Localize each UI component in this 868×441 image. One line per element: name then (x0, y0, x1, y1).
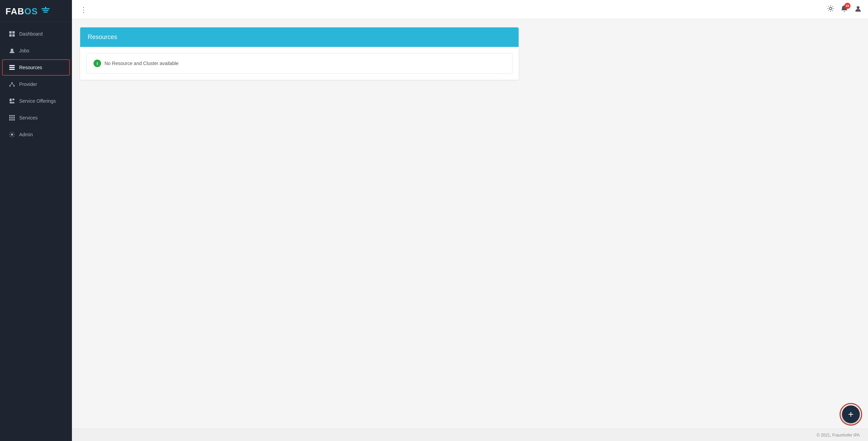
svg-rect-18 (12, 99, 14, 100)
services-label: Services (19, 115, 38, 121)
logo: FABOS (0, 0, 72, 22)
copyright-text: © 2021, Fraunhofer IPA (817, 433, 860, 438)
notification-badge: 33 (844, 3, 851, 9)
svg-point-30 (830, 8, 832, 10)
service-offerings-icon (8, 97, 16, 105)
topbar-right: 33 (827, 5, 862, 14)
svg-rect-25 (13, 117, 15, 118)
dashboard-label: Dashboard (19, 31, 43, 37)
sidebar-item-provider[interactable]: Provider (2, 76, 70, 92)
content-area: Resources i No Resource and Cluster avai… (72, 19, 868, 429)
svg-point-12 (11, 82, 13, 84)
resources-title: Resources (88, 34, 117, 40)
svg-point-31 (857, 6, 859, 9)
service-offerings-label: Service Offerings (19, 98, 56, 104)
sidebar-item-resources[interactable]: Resources (2, 59, 70, 76)
svg-rect-4 (9, 31, 12, 34)
resources-panel-header: Resources (80, 27, 519, 47)
svg-rect-9 (9, 65, 15, 66)
sidebar-item-admin[interactable]: Admin (2, 126, 70, 143)
jobs-icon (8, 47, 16, 54)
svg-rect-11 (9, 69, 15, 70)
svg-point-29 (11, 134, 13, 136)
svg-rect-22 (13, 115, 15, 116)
provider-label: Provider (19, 81, 37, 87)
no-resource-text: No Resource and Cluster available (104, 61, 178, 66)
resources-body: i No Resource and Cluster available (80, 47, 519, 80)
svg-rect-10 (9, 67, 15, 68)
jobs-label: Jobs (19, 48, 29, 53)
svg-line-16 (12, 84, 14, 85)
sidebar: FABOS Dashboard (0, 0, 72, 441)
svg-point-8 (11, 49, 13, 51)
svg-rect-24 (11, 117, 13, 118)
sidebar-item-service-offerings[interactable]: Service Offerings (2, 93, 70, 109)
svg-rect-17 (10, 99, 12, 101)
provider-icon (8, 80, 16, 88)
svg-rect-7 (12, 34, 15, 37)
admin-icon (8, 131, 16, 138)
admin-label: Admin (19, 132, 33, 137)
main-area: ⋮ 33 (72, 0, 868, 441)
svg-rect-28 (13, 119, 15, 121)
svg-rect-19 (10, 102, 14, 103)
svg-rect-27 (11, 119, 13, 121)
user-icon[interactable] (854, 5, 862, 14)
svg-rect-20 (9, 115, 11, 116)
logo-os-text: OS (24, 6, 38, 17)
logo-icon (41, 7, 50, 16)
notification-icon[interactable]: 33 (841, 5, 848, 14)
svg-rect-23 (9, 117, 11, 118)
svg-rect-26 (9, 119, 11, 121)
services-icon (8, 114, 16, 122)
svg-rect-0 (41, 8, 50, 9)
no-resource-message-box: i No Resource and Cluster available (86, 53, 512, 74)
topbar-left: ⋮ (78, 3, 89, 16)
resources-icon (8, 64, 16, 71)
svg-rect-1 (42, 10, 49, 11)
footer: © 2021, Fraunhofer IPA (72, 429, 868, 441)
resources-panel: Resources i No Resource and Cluster avai… (80, 27, 519, 80)
svg-rect-21 (11, 115, 13, 116)
menu-icon[interactable]: ⋮ (78, 3, 89, 16)
resources-label: Resources (19, 65, 42, 70)
sidebar-item-jobs[interactable]: Jobs (2, 42, 70, 59)
settings-icon[interactable] (827, 5, 834, 14)
sidebar-item-services[interactable]: Services (2, 110, 70, 126)
sidebar-item-dashboard[interactable]: Dashboard (2, 26, 70, 42)
dashboard-icon (8, 30, 16, 38)
svg-rect-3 (45, 7, 46, 8)
svg-rect-5 (12, 31, 15, 34)
logo-fab-text: FAB (5, 6, 24, 17)
svg-rect-2 (44, 12, 48, 13)
fab-plus-icon: + (848, 409, 854, 420)
sidebar-nav: Dashboard Jobs Resources (0, 25, 72, 441)
info-icon: i (94, 60, 101, 67)
svg-line-15 (10, 84, 12, 85)
fab-add-button[interactable]: + (842, 405, 860, 423)
svg-point-13 (9, 85, 11, 87)
topbar: ⋮ 33 (72, 0, 868, 19)
svg-point-14 (13, 85, 15, 87)
svg-rect-6 (9, 34, 12, 37)
